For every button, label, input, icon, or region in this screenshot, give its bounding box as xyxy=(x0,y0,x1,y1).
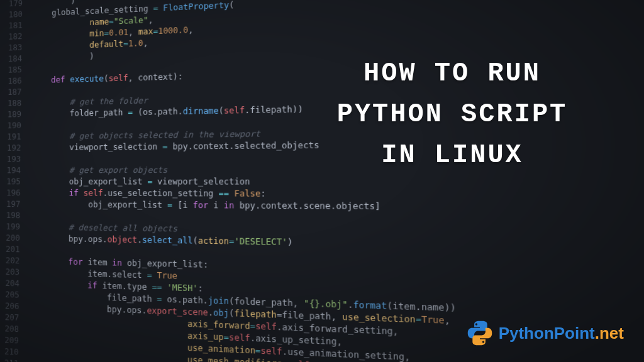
line-number: 198 xyxy=(0,210,20,221)
line-number: 180 xyxy=(2,9,23,21)
line-number: 201 xyxy=(0,244,20,256)
line-number: 189 xyxy=(1,109,21,121)
headline-line-2: PYTHON SCRIPT xyxy=(292,94,613,135)
line-number: 185 xyxy=(1,65,22,77)
line-number: 179 xyxy=(2,0,23,10)
headline-line-3: IN LINUX xyxy=(292,135,613,176)
line-number: 200 xyxy=(0,233,20,244)
line-number: 182 xyxy=(2,31,23,43)
line-numbers-gutter: 1771781791801811821831841851861871881891… xyxy=(0,0,27,362)
line-number: 195 xyxy=(0,177,21,188)
line-number: 211 xyxy=(0,358,19,362)
brand-logo: PythonPoint.net xyxy=(466,319,624,347)
line-number: 209 xyxy=(0,334,19,347)
line-number: 192 xyxy=(1,143,21,154)
line-number: 207 xyxy=(0,312,19,324)
line-number: 208 xyxy=(0,323,19,335)
line-number: 197 xyxy=(0,199,20,210)
line-number: 186 xyxy=(1,75,22,87)
line-number: 188 xyxy=(1,98,21,109)
python-logo-icon xyxy=(466,319,494,347)
line-number: 190 xyxy=(1,120,21,131)
line-number: 203 xyxy=(0,266,19,278)
line-number: 210 xyxy=(0,346,19,358)
line-number: 199 xyxy=(0,221,20,233)
headline-line-1: HOW TO RUN xyxy=(292,53,613,94)
line-number: 193 xyxy=(0,154,21,165)
brand-logo-text: PythonPoint.net xyxy=(499,324,624,343)
line-number: 205 xyxy=(0,289,19,301)
line-number: 206 xyxy=(0,300,19,312)
logo-word-net: .net xyxy=(595,324,624,343)
line-number: 181 xyxy=(2,20,23,32)
line-number: 183 xyxy=(2,42,23,54)
line-number: 194 xyxy=(0,165,21,177)
line-number: 196 xyxy=(0,187,21,199)
line-number: 184 xyxy=(1,53,22,65)
line-number: 187 xyxy=(1,87,22,98)
logo-word-point: Point xyxy=(554,324,595,343)
line-number: 202 xyxy=(0,255,19,267)
code-line: obj_export_list = viewport_selection xyxy=(31,176,562,189)
line-number: 191 xyxy=(1,131,21,143)
logo-word-python: Python xyxy=(499,324,554,343)
line-number: 204 xyxy=(0,278,19,290)
article-headline: HOW TO RUN PYTHON SCRIPT IN LINUX xyxy=(292,53,613,176)
